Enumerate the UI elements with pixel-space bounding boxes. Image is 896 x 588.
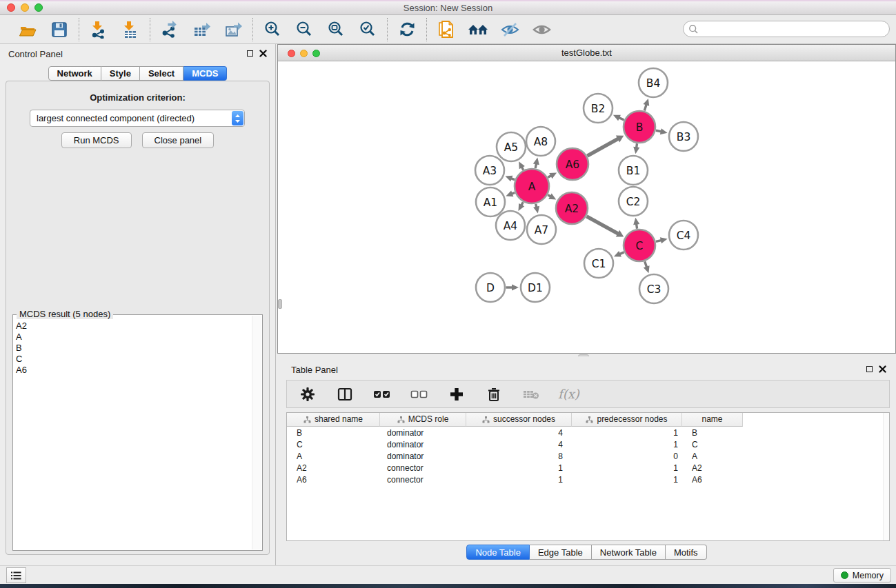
close-table-panel-icon[interactable] [879,365,886,373]
zoom-in-button[interactable] [262,19,283,40]
table-row[interactable]: Bdominator41B [287,427,889,438]
result-item[interactable]: A [16,332,251,343]
export-table-button[interactable] [191,19,212,40]
edge-B-B2[interactable] [613,115,624,121]
table-row[interactable]: A2connector11A2 [287,462,889,474]
result-item[interactable]: A2 [16,321,251,332]
table-settings-button[interactable] [297,384,318,405]
node-A4[interactable]: A4 [496,211,525,240]
tab-select[interactable]: Select [140,66,183,81]
edge-A-A3[interactable] [505,176,515,182]
import-table-button[interactable] [120,19,141,40]
node-B4[interactable]: B4 [639,68,668,97]
node-D1[interactable]: D1 [521,273,550,302]
tab-node-table[interactable]: Node Table [466,545,530,560]
result-item[interactable]: A6 [16,365,251,376]
network-canvas[interactable]: B4B2BB3A8A5A6A3B1AC2A1A2A4A7C4CC1C3DD1 [278,61,895,353]
close-panel-icon[interactable] [259,50,267,57]
node-table[interactable]: shared nameMCDS rolesuccessor nodesprede… [286,412,890,541]
tab-style[interactable]: Style [101,66,140,81]
edge-A-A4[interactable] [518,202,524,211]
edge-A-A5[interactable] [519,161,525,170]
node-C2[interactable]: C2 [619,187,648,216]
node-A8[interactable]: A8 [526,127,555,156]
edge-C-C2[interactable] [633,218,639,229]
save-session-button[interactable] [49,19,70,40]
export-image-button[interactable] [223,19,243,40]
edge-B-B1[interactable] [633,143,639,154]
network-graph[interactable]: B4B2BB3A8A5A6A3B1AC2A1A2A4A7C4CC1C3DD1 [278,61,895,353]
result-item[interactable]: B [16,343,251,354]
edge-C-C3[interactable] [644,261,650,273]
open-file-button[interactable] [17,19,38,40]
column-header-shared-name[interactable]: shared name [287,413,380,427]
column-header-name[interactable]: name [682,413,743,427]
node-A1[interactable]: A1 [476,187,505,216]
canvas-scroll-thumb[interactable] [278,299,282,309]
edge-B-B3[interactable] [656,128,668,134]
edge-A-A7[interactable] [533,204,539,214]
edge-A-A2[interactable] [548,194,556,200]
memory-button[interactable]: Memory [833,568,891,582]
edge-B-B4[interactable] [643,99,649,111]
result-scrollbar[interactable] [252,316,261,549]
eye-slash-button[interactable] [499,19,520,40]
node-B3[interactable]: B3 [669,122,698,151]
optimization-criterion-dropdown[interactable]: largest connected component (directed) [30,110,245,127]
node-D[interactable]: D [476,273,505,302]
zoom-out-button[interactable] [294,19,315,40]
edge-A2-C[interactable] [586,216,624,237]
node-C1[interactable]: C1 [584,249,613,278]
node-B[interactable]: B [624,111,655,143]
table-row[interactable]: Adominator80A [287,450,889,462]
column-header-predecessor-nodes[interactable]: predecessor nodes [572,413,682,427]
node-A6[interactable]: A6 [557,148,588,180]
edge-A-A1[interactable] [506,191,515,197]
search-input[interactable] [699,23,889,35]
float-table-panel-icon[interactable] [866,366,873,372]
export-network-button[interactable] [159,19,180,40]
delete-table-button[interactable] [521,384,541,405]
run-mcds-button[interactable]: Run MCDS [61,132,132,148]
show-columns-button[interactable] [335,384,355,405]
task-history-button[interactable] [6,567,26,583]
tab-edge-table[interactable]: Edge Table [530,545,592,560]
node-A7[interactable]: A7 [527,215,556,244]
node-C4[interactable]: C4 [669,221,698,250]
column-header-successor-nodes[interactable]: successor nodes [466,413,572,427]
node-A[interactable]: A [515,169,549,203]
node-A2[interactable]: A2 [556,192,588,224]
tab-network-table[interactable]: Network Table [592,545,666,560]
edge-A6-B[interactable] [587,136,624,156]
float-panel-icon[interactable] [247,50,253,57]
table-row[interactable]: Cdominator41C [287,438,889,450]
edge-A-A8[interactable] [533,158,539,168]
search-field[interactable] [683,21,890,37]
add-column-button[interactable] [446,384,467,405]
function-builder-button[interactable]: f(x) [558,384,579,405]
refresh-button[interactable] [397,19,417,40]
houses-button[interactable] [468,19,488,40]
table-row[interactable]: A6connector11A6 [287,474,889,485]
delete-column-button[interactable] [484,384,504,405]
tab-mcds[interactable]: MCDS [183,66,227,81]
edge-C-C1[interactable] [614,251,624,256]
eye-button[interactable] [531,19,552,40]
edge-C-C4[interactable] [656,237,668,243]
tab-network[interactable]: Network [48,66,101,81]
unselect-all-button[interactable] [409,384,430,405]
node-B2[interactable]: B2 [584,94,613,123]
result-item[interactable]: C [16,354,251,365]
zoom-fit-button[interactable] [326,19,346,40]
network-document-button[interactable] [436,19,457,40]
column-header-mcds-role[interactable]: MCDS role [380,413,466,427]
zoom-selected-button[interactable] [357,19,378,40]
node-C3[interactable]: C3 [639,274,668,303]
edge-A-A6[interactable] [548,172,557,179]
tab-motifs[interactable]: Motifs [666,545,707,560]
close-panel-button[interactable]: Close panel [142,132,215,148]
import-network-button[interactable] [88,19,109,40]
node-A5[interactable]: A5 [497,132,526,161]
select-all-button[interactable] [372,384,392,405]
node-B1[interactable]: B1 [619,156,648,185]
